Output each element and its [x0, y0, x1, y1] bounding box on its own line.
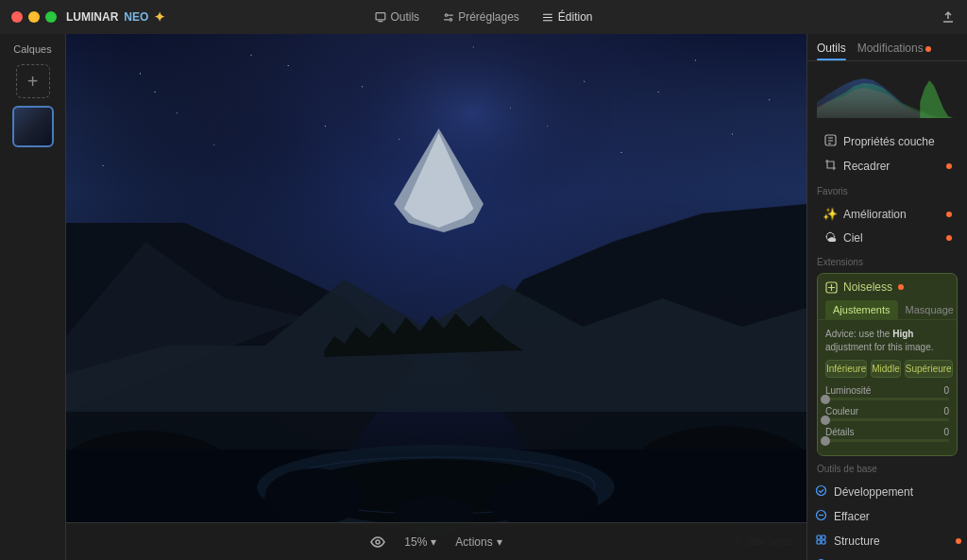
noiseless-inner-tabs: Ajustements Masquage: [818, 300, 957, 320]
maximize-button[interactable]: [45, 11, 57, 23]
effacer-label: Effacer: [834, 510, 870, 523]
adjustment-buttons: Inférieure Middle Supérieure: [825, 360, 949, 378]
svg-rect-0: [376, 12, 385, 19]
svg-rect-42: [822, 540, 825, 544]
couleur-base-item[interactable]: Couleur: [807, 553, 967, 560]
base-tools-list: Développement Effacer: [807, 476, 967, 560]
amelioration-badge: [946, 212, 952, 217]
export-icon[interactable]: [941, 9, 956, 25]
nav-prereglages[interactable]: Préréglages: [442, 10, 519, 24]
noiseless-advice: Advice: use the High adjustment for this…: [825, 328, 949, 354]
noiseless-extension: Noiseless Ajustements Masquage Advice: u…: [817, 273, 958, 456]
ciel-badge: [946, 235, 952, 241]
couleur-slider-value: 0: [943, 406, 949, 416]
adj-btn-inferieure[interactable]: Inférieure: [825, 360, 867, 378]
svg-point-4: [450, 18, 451, 20]
add-layer-button[interactable]: +: [16, 64, 50, 98]
proprietes-label: Propriétés couche: [843, 135, 935, 148]
proprietes-couche-item[interactable]: Propriétés couche: [817, 129, 958, 154]
nav-edition[interactable]: Édition: [542, 10, 593, 24]
effacer-icon: [813, 509, 828, 524]
svg-point-31: [376, 540, 380, 544]
outils-base-section-label: Outils de base: [807, 460, 967, 476]
titlebar-actions: [941, 9, 956, 25]
structure-label: Structure: [834, 535, 880, 548]
layers-panel-title: Calques: [13, 43, 51, 55]
noiseless-header[interactable]: Noiseless: [818, 274, 957, 300]
noiseless-badge: [898, 284, 904, 290]
zoom-value: 15%: [404, 535, 427, 549]
amelioration-icon: ✨: [823, 207, 838, 221]
tab-modifications[interactable]: Modifications: [857, 42, 931, 60]
adj-btn-middle[interactable]: Middle: [871, 360, 900, 378]
svg-point-37: [816, 486, 825, 496]
app-logo: LUMINAR NEO ✦: [66, 9, 165, 25]
svg-rect-41: [817, 540, 821, 544]
recadrer-badge: [946, 163, 952, 169]
zoom-control[interactable]: 15% ▾: [404, 535, 436, 549]
tool-section-main: Propriétés couche Recadrer: [807, 126, 967, 182]
details-label: Détails: [825, 427, 855, 437]
canvas-area: © Jabi Sanz 15% ▾ Actions ▾: [66, 34, 806, 560]
zoom-chevron-icon: ▾: [431, 535, 436, 549]
svg-rect-39: [817, 535, 821, 539]
app-name-luminar: LUMINAR: [66, 10, 118, 24]
visibility-toggle[interactable]: [370, 535, 385, 550]
proprietes-icon: [823, 134, 838, 149]
svg-rect-40: [822, 535, 825, 539]
developpement-icon: [813, 484, 828, 500]
noiseless-content: Advice: use the High adjustment for this…: [818, 320, 957, 455]
couleur-slider-row: Couleur 0: [825, 406, 949, 421]
structure-item[interactable]: Structure: [807, 529, 967, 553]
couleur-slider-label: Couleur: [825, 406, 858, 416]
tab-ajustements[interactable]: Ajustements: [825, 300, 898, 319]
noiseless-label: Noiseless: [843, 280, 892, 294]
structure-badge: [956, 538, 961, 544]
histogram: [817, 69, 958, 118]
luminosite-value: 0: [943, 385, 949, 396]
luminosite-label: Luminosité: [825, 385, 871, 396]
developpement-item[interactable]: Développement: [807, 480, 967, 504]
main-content: Calques +: [0, 34, 967, 560]
tab-outils[interactable]: Outils: [817, 42, 846, 60]
nav-catalogue[interactable]: outils: [374, 10, 419, 24]
tab-masquage[interactable]: Masquage: [898, 300, 958, 319]
favoris-section: ✨ Amélioration 🌤 Ciel: [807, 198, 967, 253]
left-panel: Calques +: [0, 34, 66, 560]
right-panel: Outils Modifications: [806, 34, 967, 560]
noiseless-icon: [825, 281, 838, 294]
svg-point-2: [445, 13, 447, 15]
amelioration-item[interactable]: ✨ Amélioration: [817, 202, 958, 226]
ciel-icon: 🌤: [823, 230, 838, 245]
stars-overlay: [66, 34, 806, 297]
details-slider-row: Détails 0: [825, 427, 949, 442]
minimize-button[interactable]: [28, 11, 40, 23]
structure-icon: [813, 534, 828, 549]
effacer-item[interactable]: Effacer: [807, 504, 967, 529]
star-icon: ✦: [154, 9, 165, 25]
luminosite-slider-row: Luminosité 0: [825, 385, 949, 400]
luminosite-slider[interactable]: [825, 398, 949, 400]
recadrer-icon: [823, 159, 838, 174]
favoris-section-label: Favoris: [807, 182, 967, 198]
amelioration-label: Amélioration: [843, 208, 907, 221]
photo-container: © Jabi Sanz: [66, 34, 806, 560]
details-value: 0: [943, 427, 949, 437]
recadrer-item[interactable]: Recadrer: [817, 154, 958, 178]
histogram-container: [807, 61, 967, 126]
titlebar: LUMINAR NEO ✦ outils Préréglages Édition: [0, 0, 967, 34]
adj-btn-superieure[interactable]: Supérieure: [905, 360, 953, 378]
traffic-lights: [11, 11, 57, 23]
right-panel-tabs: Outils Modifications: [807, 34, 967, 61]
actions-menu[interactable]: Actions ▾: [455, 535, 501, 549]
close-button[interactable]: [11, 11, 23, 23]
histogram-svg: [817, 69, 958, 118]
actions-label: Actions: [455, 535, 492, 549]
ciel-item[interactable]: 🌤 Ciel: [817, 226, 958, 249]
actions-chevron-icon: ▾: [497, 535, 502, 549]
eye-icon: [370, 535, 385, 550]
couleur-slider[interactable]: [825, 418, 949, 421]
details-slider[interactable]: [825, 439, 949, 442]
layer-thumbnail[interactable]: [12, 106, 54, 147]
ciel-label: Ciel: [843, 231, 863, 245]
